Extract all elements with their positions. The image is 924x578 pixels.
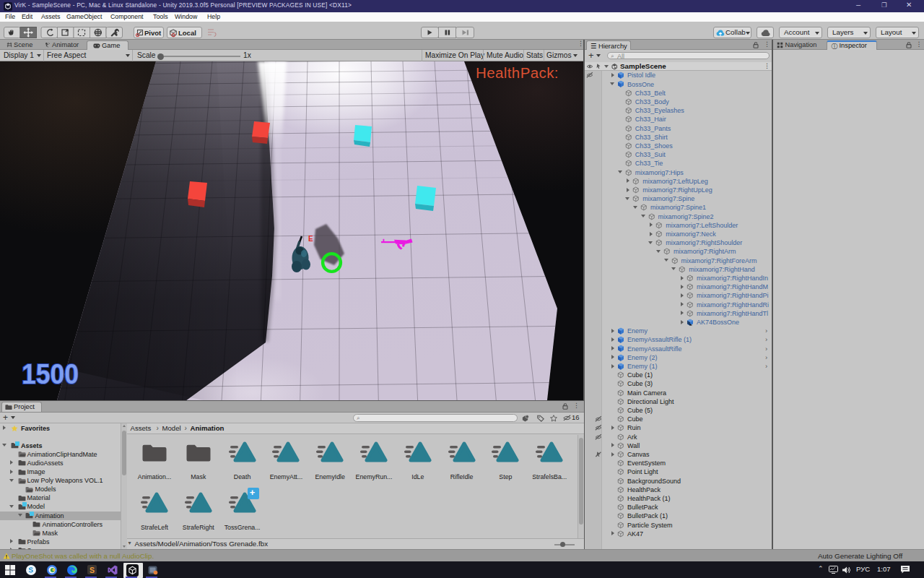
svg-text:1500: 1500 xyxy=(22,358,79,389)
svg-text:S: S xyxy=(90,566,95,574)
svg-text:E: E xyxy=(308,235,313,243)
svg-text:HealthPack:: HealthPack: xyxy=(476,64,559,81)
